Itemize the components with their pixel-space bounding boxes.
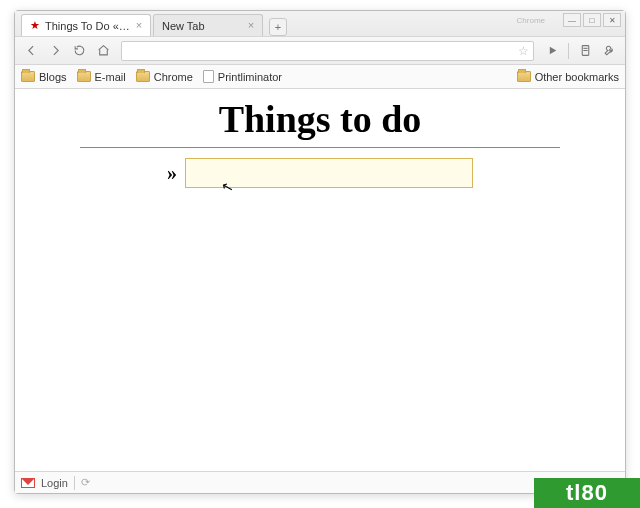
home-button[interactable] [93,41,113,61]
bookmark-label: Other bookmarks [535,71,619,83]
folder-icon [77,71,91,82]
title-bar: ★ Things To Do « ... × New Tab × + Chrom… [15,11,625,37]
favicon-star: ★ [30,19,40,32]
folder-icon [517,71,531,82]
page-title: Things to do [15,97,625,141]
bookmark-label: E-mail [95,71,126,83]
back-button[interactable] [21,41,41,61]
heading-rule [80,147,560,148]
page-content: Things to do » ↖ [15,89,625,471]
window-brand-label: Chrome [517,16,545,25]
close-icon[interactable]: × [132,18,146,32]
navigation-bar: ☆ [15,37,625,65]
other-bookmarks-button[interactable]: Other bookmarks [517,71,619,83]
close-icon[interactable]: × [244,18,258,32]
page-menu-button[interactable] [575,41,595,61]
bookmark-folder-chrome[interactable]: Chrome [136,71,193,83]
login-link[interactable]: Login [41,477,68,489]
chevron-right-icon: » [167,162,177,185]
wrench-menu-button[interactable] [599,41,619,61]
close-window-button[interactable]: ✕ [603,13,621,27]
folder-icon [136,71,150,82]
tab-title: Things To Do « ... [45,20,130,32]
bookmarks-bar: Blogs E-mail Chrome Printliminator Other… [15,65,625,89]
bookmark-star-icon[interactable]: ☆ [518,44,529,58]
page-icon [203,70,214,83]
bookmark-folder-email[interactable]: E-mail [77,71,126,83]
bookmark-label: Chrome [154,71,193,83]
new-todo-row: » [15,158,625,188]
maximize-button[interactable]: □ [583,13,601,27]
tab-active[interactable]: ★ Things To Do « ... × [21,14,151,36]
bookmark-page-printliminator[interactable]: Printliminator [203,70,282,83]
tab-strip: ★ Things To Do « ... × New Tab × + [21,11,287,36]
svg-marker-0 [549,47,556,55]
bookmark-label: Printliminator [218,71,282,83]
address-bar[interactable]: ☆ [121,41,534,61]
gmail-icon [21,478,35,488]
folder-icon [21,71,35,82]
bookmark-folder-blogs[interactable]: Blogs [21,71,67,83]
minimize-button[interactable]: — [563,13,581,27]
reload-button[interactable] [69,41,89,61]
watermark-badge: tl80 [534,478,640,508]
tab-title: New Tab [162,20,205,32]
bookmark-label: Blogs [39,71,67,83]
window-controls: — □ ✕ [563,13,621,27]
refresh-icon[interactable]: ⟳ [81,476,90,489]
separator [74,476,75,490]
new-tab-button[interactable]: + [269,18,287,36]
forward-button[interactable] [45,41,65,61]
play-icon[interactable] [542,41,562,61]
tab-inactive[interactable]: New Tab × [153,14,263,36]
separator [568,43,569,59]
browser-window: ★ Things To Do « ... × New Tab × + Chrom… [14,10,626,494]
